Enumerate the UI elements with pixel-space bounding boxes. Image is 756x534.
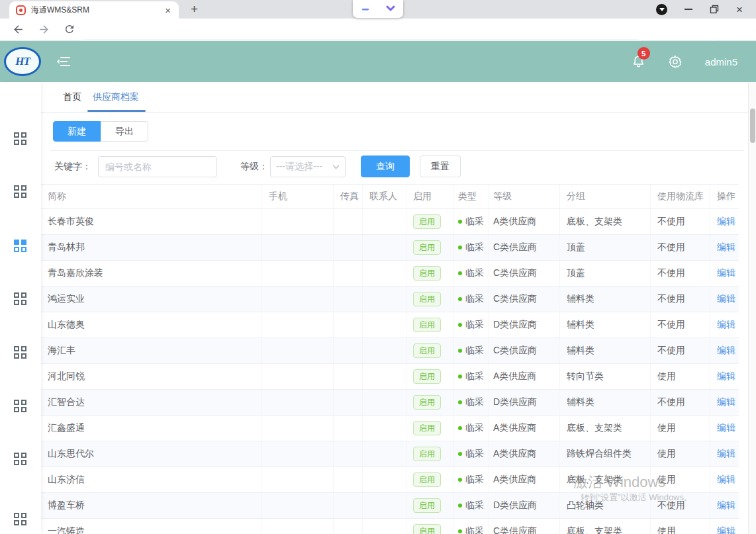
export-button[interactable]: 导出: [101, 121, 148, 142]
company-logo: HT: [4, 47, 41, 76]
edit-link[interactable]: 编辑: [717, 474, 735, 486]
cell-contact: [363, 235, 406, 260]
cell-name: 一汽铸造: [41, 519, 262, 534]
status-dot-icon: [458, 375, 462, 378]
cell-logistics: 使用: [651, 416, 710, 441]
sidebar-grid-icon[interactable]: [14, 346, 27, 359]
menu-fold-icon[interactable]: [56, 56, 70, 67]
new-tab-button[interactable]: +: [191, 2, 198, 17]
cell-level: A类供应商: [489, 209, 560, 234]
cell-level: C类供应商: [489, 287, 560, 312]
reset-button[interactable]: 重置: [420, 156, 461, 177]
cell-enabled: 启用: [406, 235, 454, 260]
table-row: 河北同锐启用临采A类供应商转向节类使用编辑: [41, 364, 739, 390]
sidebar-grid-icon[interactable]: [14, 453, 27, 466]
cell-enabled: 启用: [406, 467, 454, 492]
edit-link[interactable]: 编辑: [717, 396, 735, 408]
window-restore-button[interactable]: [710, 5, 719, 14]
cell-level: D类供应商: [489, 390, 560, 415]
recorder-overlay-widget[interactable]: [353, 0, 403, 18]
reload-button[interactable]: [64, 23, 77, 36]
sidebar-grid-icon[interactable]: [14, 240, 27, 253]
tab-home[interactable]: 首页: [63, 82, 81, 112]
cell-action: 编辑: [710, 519, 739, 534]
sidebar-grid-icon[interactable]: [14, 513, 27, 526]
cell-contact: [363, 287, 406, 312]
cell-enabled: 启用: [406, 287, 454, 312]
cell-fax: [334, 261, 363, 286]
cell-mobile: [262, 209, 334, 234]
edit-link[interactable]: 编辑: [717, 448, 735, 460]
type-text: 临采: [465, 422, 484, 434]
cell-name: 汇鑫盛通: [41, 416, 262, 441]
overlay-minimize-icon[interactable]: [361, 5, 370, 14]
new-button[interactable]: 新建: [53, 121, 101, 142]
edit-link[interactable]: 编辑: [717, 525, 735, 534]
cell-mobile: [262, 235, 334, 260]
notification-badge: 5: [638, 47, 650, 60]
cell-name: 鸿运实业: [41, 287, 262, 312]
screen-record-icon[interactable]: [656, 4, 667, 15]
window-close-button[interactable]: ×: [736, 4, 743, 15]
site-favicon-icon: [16, 5, 26, 15]
table-row: 鸿运实业启用临采C类供应商辅料类不使用编辑: [41, 287, 739, 312]
search-button[interactable]: 查询: [361, 156, 410, 177]
cell-group: 辅料类: [560, 312, 651, 337]
cell-level: C类供应商: [489, 519, 560, 534]
tab-close-icon[interactable]: ×: [164, 5, 172, 15]
status-dot-icon: [458, 504, 462, 508]
edit-link[interactable]: 编辑: [717, 371, 735, 382]
sidebar-grid-icon[interactable]: [14, 185, 27, 199]
edit-link[interactable]: 编辑: [717, 293, 735, 305]
edit-link[interactable]: 编辑: [717, 319, 735, 331]
cell-action: 编辑: [710, 338, 739, 363]
back-button[interactable]: [12, 23, 25, 36]
status-dot-icon: [458, 245, 462, 249]
cell-logistics: 不使用: [651, 287, 710, 312]
cell-name: 汇智合达: [41, 390, 262, 415]
cell-level: C类供应商: [489, 338, 560, 363]
edit-link[interactable]: 编辑: [717, 267, 735, 279]
cell-group: 顶盖: [560, 235, 651, 260]
edit-link[interactable]: 编辑: [717, 216, 735, 228]
page-scrollbar[interactable]: [748, 82, 756, 534]
forward-button[interactable]: [38, 23, 51, 36]
settings-gear-icon[interactable]: [668, 54, 683, 69]
cell-mobile: [262, 493, 334, 518]
cell-type: 临采: [454, 287, 489, 312]
cell-fax: [334, 441, 363, 467]
sidebar-grid-icon[interactable]: [14, 292, 27, 306]
notification-bell-icon[interactable]: 5: [632, 54, 645, 69]
enabled-badge: 启用: [413, 421, 441, 435]
edit-link[interactable]: 编辑: [717, 422, 735, 434]
cell-type: 临采: [454, 364, 489, 389]
window-minimize-button[interactable]: [685, 9, 692, 10]
tab-supplier-archive[interactable]: 供应商档案: [93, 82, 139, 112]
browser-tab[interactable]: 海通WMS&SRM ×: [9, 1, 179, 19]
keyword-input[interactable]: [98, 156, 217, 177]
cell-enabled: 启用: [406, 209, 454, 234]
column-header: 分组: [560, 185, 651, 208]
scrollbar-thumb[interactable]: [750, 109, 755, 143]
cell-group: 辅料类: [560, 287, 651, 312]
cell-group: 凸轮轴类: [560, 493, 651, 518]
column-header: 简称: [41, 185, 262, 208]
edit-link[interactable]: 编辑: [717, 345, 735, 357]
table-body: 长春市英俊启用临采A类供应商底板、支架类不使用编辑青岛林邦启用临采C类供应商顶盖…: [41, 209, 739, 534]
cell-name: 山东思代尔: [41, 441, 262, 467]
sidebar-grid-icon[interactable]: [14, 400, 27, 413]
cell-enabled: 启用: [406, 312, 454, 337]
edit-link[interactable]: 编辑: [717, 242, 735, 253]
type-text: 临采: [465, 319, 484, 331]
table-row: 山东思代尔启用临采A类供应商蹄铁焊合组件类使用编辑: [41, 441, 739, 467]
sidebar-grid-icon[interactable]: [14, 132, 27, 146]
type-text: 临采: [465, 525, 484, 534]
level-select[interactable]: ---请选择---: [270, 156, 346, 177]
browser-tab-strip: 海通WMS&SRM × + ×: [0, 0, 756, 19]
cell-action: 编辑: [710, 209, 739, 234]
cell-action: 编辑: [710, 493, 739, 518]
edit-link[interactable]: 编辑: [717, 500, 735, 512]
overlay-chevron-down-icon[interactable]: [386, 5, 395, 13]
cell-name: 山东济信: [41, 467, 262, 492]
current-username[interactable]: admin5: [705, 56, 737, 67]
